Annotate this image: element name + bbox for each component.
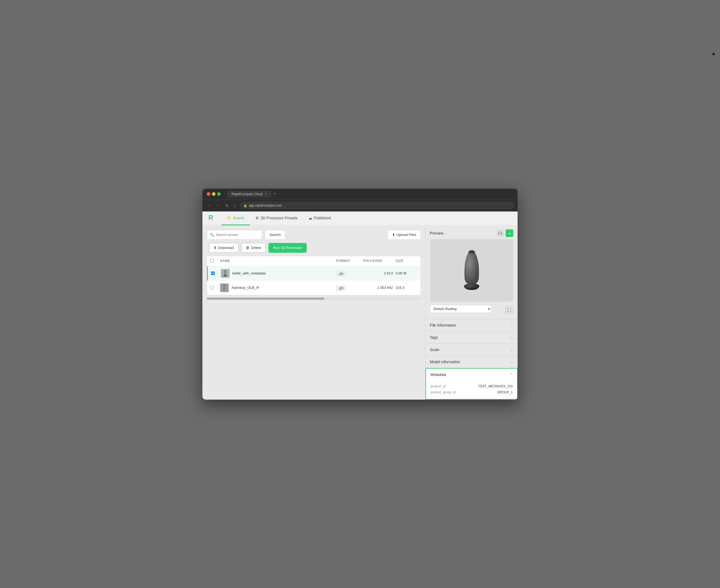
run-processor-button[interactable]: Run 3D Processor [268, 243, 306, 253]
file-information-section: File Information ⌄ [425, 319, 518, 332]
published-icon: ☁ [308, 216, 312, 220]
app-logo: R [208, 213, 216, 223]
metadata-chevron: ⌃ [510, 373, 513, 377]
close-button[interactable] [207, 192, 210, 196]
scale-header[interactable]: Scale ⌄ [425, 344, 518, 356]
svg-rect-9 [499, 232, 502, 234]
row-checkbox-1[interactable] [211, 271, 215, 275]
tab-bar: RapidCompact Cloud ✕ + [227, 191, 279, 197]
row-name-1: kettle_with_metadata [221, 269, 336, 278]
table-row[interactable]: Astroboy_GLB_R .glb 1 053 642 215.3 [207, 281, 421, 295]
download-button[interactable]: ⬇ Download [209, 243, 239, 253]
svg-line-6 [225, 288, 226, 289]
action-bar: ⬇ Download 🗑 Delete Run 3D Processor [207, 243, 421, 253]
preview-controls: 3D ▲ [496, 229, 513, 237]
scrollbar-track [207, 297, 421, 300]
nav-published[interactable]: ☁ Published [303, 211, 336, 225]
assets-icon: 📁 [227, 216, 232, 220]
preview-mode-2d[interactable] [496, 229, 504, 237]
svg-point-3 [223, 284, 226, 287]
tags-section: Tags ⌄ [425, 332, 518, 344]
select-all-checkbox[interactable] [210, 259, 214, 262]
scrollbar-thumb[interactable] [207, 297, 324, 300]
toolbar: 🔍 Search ⬆ Upload Files [207, 230, 421, 240]
model-information-header[interactable]: Model information ⌄ [425, 356, 518, 368]
delete-button[interactable]: 🗑 Delete [241, 243, 266, 253]
svg-rect-1 [224, 270, 226, 275]
search-box: 🔍 [207, 230, 262, 240]
reload-button[interactable]: ↻ [224, 202, 230, 209]
row-name-2: Astroboy_GLB_R [220, 284, 336, 292]
metadata-value-2: GROUP_1 [497, 391, 513, 394]
row-polygons-1: 2 613 [363, 271, 396, 275]
home-button[interactable]: ⌂ [233, 202, 238, 209]
forward-button[interactable]: → [215, 202, 221, 209]
search-input[interactable] [216, 233, 259, 237]
minimize-button[interactable] [212, 192, 216, 196]
new-tab-button[interactable]: + [271, 191, 279, 197]
asset-thumbnail-2 [220, 284, 229, 292]
row-checkbox-2[interactable] [210, 286, 214, 289]
upload-button[interactable]: ⬆ Upload Files [387, 230, 421, 240]
browser-tab[interactable]: RapidCompact Cloud ✕ [227, 191, 271, 197]
row-polygons-2: 1 053 642 [363, 286, 396, 290]
search-button[interactable]: Search [265, 230, 285, 240]
row-size-2: 215.3 [396, 286, 417, 290]
tags-header[interactable]: Tags ⌄ [425, 332, 518, 343]
tab-close-icon[interactable]: ✕ [265, 192, 267, 195]
nav-processor[interactable]: ⚙ 3D Processor Presets [250, 211, 303, 225]
svg-rect-2 [224, 275, 227, 276]
kettle-preview [455, 246, 488, 295]
tags-label: Tags [430, 335, 438, 340]
address-bar: ← → ↻ ⌂ 🔒 app.rapidcompact.com [202, 200, 518, 211]
url-bar[interactable]: 🔒 app.rapidcompact.com [240, 202, 514, 209]
delete-button-label: Delete [251, 246, 261, 250]
svg-line-5 [222, 288, 224, 289]
preview-section: Preview 3D ▲ [425, 226, 518, 319]
file-information-label: File Information [430, 323, 456, 328]
metadata-key-2: product_group_id [431, 391, 456, 394]
row-format-2: .glb [336, 285, 363, 290]
fullscreen-button[interactable]: ⛶ [505, 306, 513, 314]
select-all-col [210, 259, 220, 263]
format-badge-1: .glb [336, 271, 346, 276]
download-icon: ⬇ [214, 246, 217, 250]
metadata-section: Metadata ⌃ product_id TEST_METADATA_123 … [425, 368, 518, 400]
delete-icon: 🗑 [246, 246, 249, 250]
asset-name-1: kettle_with_metadata [232, 271, 266, 275]
svg-line-8 [225, 290, 225, 291]
scale-section: Scale ⌄ [425, 344, 518, 356]
back-button[interactable]: ← [206, 202, 212, 209]
preview-mode-3d[interactable]: 3D [506, 229, 513, 237]
browser-window: RapidCompact Cloud ✕ + ← → ↻ ⌂ 🔒 app.rap… [202, 189, 518, 400]
asset-name-2: Astroboy_GLB_R [232, 286, 259, 290]
row-size-1: 3.95 M [396, 271, 417, 275]
polygons-col-header: POLYGONS [363, 259, 396, 263]
maximize-button[interactable] [217, 192, 221, 196]
svg-point-13 [464, 284, 479, 289]
model-information-label: Model information [430, 360, 460, 364]
upload-icon: ⬆ [392, 233, 395, 237]
metadata-header[interactable]: Metadata ⌃ [426, 369, 517, 381]
svg-point-15 [469, 250, 474, 252]
main-layout: 🔍 Search ⬆ Upload Files ⬇ Downlo [202, 226, 518, 400]
search-button-label: Search [269, 233, 281, 237]
nav-published-label: Published [314, 216, 331, 220]
row-format-1: .glb [336, 271, 363, 276]
table-row[interactable]: kettle_with_metadata .glb 2 613 3.95 M [207, 266, 421, 281]
tab-label: RapidCompact Cloud [232, 192, 262, 196]
file-information-header[interactable]: File Information ⌄ [425, 319, 518, 331]
preview-footer: Default Shading Wireframe Flat Shading ⛶ [425, 305, 518, 319]
nav-assets[interactable]: 📁 Assets [221, 211, 250, 225]
file-information-chevron: ⌄ [511, 323, 513, 327]
assets-table: NAME FORMAT POLYGONS SIZE [207, 256, 421, 295]
nav-processor-label: 3D Processor Presets [261, 216, 298, 220]
scale-label: Scale [430, 348, 439, 352]
processor-icon: ⚙ [255, 216, 259, 220]
preview-canvas [430, 239, 513, 301]
scale-chevron: ⌄ [511, 348, 513, 352]
shading-select[interactable]: Default Shading Wireframe Flat Shading [430, 305, 492, 313]
traffic-lights [207, 192, 221, 196]
svg-text:R: R [208, 214, 213, 221]
app-nav: R 📁 Assets ⚙ 3D Processor Presets ☁ Publ… [202, 211, 518, 226]
